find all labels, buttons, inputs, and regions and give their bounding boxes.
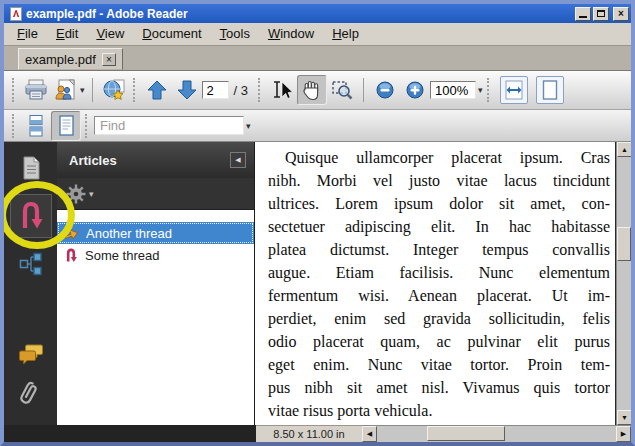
zoom-out-button[interactable] (370, 75, 400, 105)
hand-tool-button[interactable] (297, 75, 327, 105)
paperclip-icon (18, 381, 44, 409)
articles-panel-header: Articles ◀ (57, 142, 254, 178)
horizontal-scroll-track[interactable] (377, 426, 616, 442)
scroll-down-button[interactable]: ▼ (617, 410, 632, 425)
menu-help[interactable]: Help (323, 23, 368, 45)
scroll-right-icon: ▶ (621, 430, 626, 438)
arrow-down-icon (176, 79, 198, 101)
vertical-scrollbar[interactable]: ▲ ▼ (616, 142, 631, 425)
article-thread-icon (64, 248, 78, 263)
document-text-line: vitae risus porta vehicula. (268, 399, 610, 422)
article-thread-label: Another thread (86, 226, 172, 241)
scroll-left-button[interactable]: ◀ (362, 426, 377, 442)
minimize-button[interactable] (575, 7, 591, 21)
toolbar-grip[interactable] (487, 78, 490, 102)
main-toolbar: ▾ / 3 (4, 71, 631, 110)
collapse-panel-button[interactable]: ◀ (230, 152, 246, 168)
horizontal-scrollbar[interactable]: ◀ ▶ (362, 425, 631, 442)
maximize-button[interactable] (593, 7, 609, 21)
articles-options-toolbar: ▾ (57, 178, 254, 210)
menu-tools[interactable]: Tools (211, 23, 259, 45)
scroll-down-icon: ▼ (621, 414, 628, 421)
toolbar-separator (92, 78, 93, 102)
title-bar: example.pdf - Adobe Reader × (4, 4, 631, 23)
toolbar-grip[interactable] (258, 78, 261, 102)
horizontal-scroll-thumb[interactable] (427, 426, 505, 441)
document-text-line: fermentum wisi. Aenean placerat. Ut im- (268, 284, 610, 307)
secondary-toolbar: ▾ (4, 110, 631, 142)
close-button[interactable]: × (613, 7, 629, 21)
menu-edit[interactable]: Edit (47, 23, 87, 45)
toolbar-grip[interactable] (12, 78, 15, 102)
options-dropdown-icon[interactable]: ▾ (89, 189, 94, 199)
menu-view[interactable]: View (87, 23, 133, 45)
comments-panel-button[interactable] (18, 343, 44, 367)
acrobat-com-button[interactable] (99, 75, 129, 105)
pdf-app-icon (9, 7, 23, 21)
fit-page-button[interactable] (536, 76, 564, 104)
share-document-icon (52, 78, 78, 102)
menu-window[interactable]: Window (259, 23, 323, 45)
toolbar-grip[interactable] (133, 78, 136, 102)
scroll-up-button[interactable]: ▲ (617, 142, 632, 157)
close-icon: × (106, 54, 112, 65)
zoom-in-button[interactable] (400, 75, 430, 105)
tab-close-button[interactable]: × (102, 53, 116, 66)
document-text-line: pus nibh sit amet nisl. Vivamus quis tor… (268, 376, 610, 399)
scroll-up-icon: ▲ (621, 146, 628, 153)
scrolling-pages-icon (25, 114, 47, 138)
select-tool-button[interactable] (267, 75, 297, 105)
current-article-arrow-icon (64, 226, 79, 241)
find-input[interactable] (94, 116, 244, 135)
zoom-dropdown-icon[interactable]: ▾ (478, 85, 483, 95)
scroll-right-button[interactable]: ▶ (616, 426, 631, 442)
marquee-zoom-button[interactable] (327, 75, 357, 105)
toolbar-separator (363, 78, 364, 102)
attachments-panel-button[interactable] (18, 381, 44, 409)
share-button[interactable]: ▾ (51, 75, 86, 105)
next-page-button[interactable] (172, 75, 202, 105)
dropdown-icon: ▾ (80, 85, 85, 95)
document-text-line: odio placerat quam, ac pulvinar elit pur… (268, 330, 610, 353)
marquee-zoom-icon (330, 78, 354, 102)
tab-strip: example.pdf × (4, 46, 631, 71)
menu-document[interactable]: Document (133, 23, 210, 45)
gear-icon[interactable] (66, 184, 86, 204)
zoom-level-input[interactable] (430, 81, 476, 99)
vertical-scroll-thumb[interactable] (617, 227, 631, 261)
find-dropdown-icon[interactable]: ▾ (246, 121, 251, 131)
vertical-scroll-track[interactable] (617, 157, 631, 410)
hand-tool-icon (300, 78, 324, 102)
print-button[interactable] (21, 75, 51, 105)
article-thread-list: Another thread Some thread (57, 210, 254, 425)
list-item-another-thread[interactable]: Another thread (57, 222, 254, 244)
zoom-out-icon (375, 80, 395, 100)
list-item-some-thread[interactable]: Some thread (57, 244, 254, 266)
toolbar-grip[interactable] (85, 114, 88, 138)
window-title: example.pdf - Adobe Reader (26, 7, 573, 21)
menu-file[interactable]: File (8, 23, 47, 45)
previous-page-button[interactable] (142, 75, 172, 105)
document-text-line: perdiet, enim sed gravida sollicitudin, … (268, 307, 610, 330)
main-area: Articles ◀ (4, 142, 631, 425)
tab-label: example.pdf (25, 52, 96, 67)
close-icon: × (618, 8, 624, 19)
select-tool-icon (270, 78, 294, 102)
page-content: Quisque ullamcorper placerat ipsum. Cras… (255, 142, 615, 422)
page-total-label: / 3 (234, 83, 248, 98)
page-number-input[interactable] (202, 81, 229, 99)
toolbar-grip[interactable] (12, 114, 15, 138)
document-text-line: ultrices. Lorem ipsum dolor sit amet, co… (268, 192, 610, 215)
document-tab[interactable]: example.pdf × (18, 48, 123, 70)
pages-panel-button[interactable] (18, 154, 44, 182)
scroll-left-icon: ◀ (367, 430, 372, 438)
maximize-icon (597, 10, 605, 17)
document-view[interactable]: Quisque ullamcorper placerat ipsum. Cras… (255, 142, 616, 425)
model-tree-panel-button[interactable] (18, 251, 44, 277)
articles-panel-button[interactable] (10, 194, 52, 238)
scrolling-mode-button[interactable] (21, 111, 51, 141)
single-page-mode-button[interactable] (51, 111, 81, 141)
arrow-up-icon (146, 79, 168, 101)
fit-width-button[interactable] (500, 76, 528, 104)
zoom-in-icon (405, 80, 425, 100)
